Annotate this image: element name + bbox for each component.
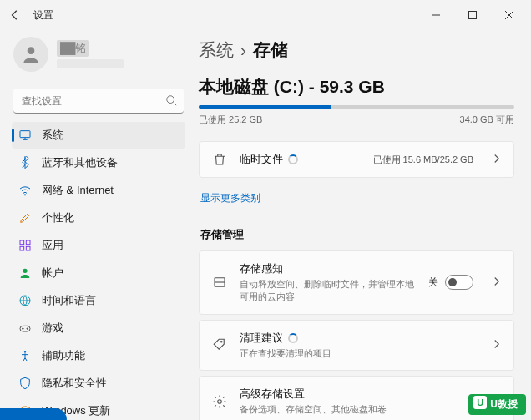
- svg-point-23: [218, 400, 222, 404]
- sidebar-item-label: 帐户: [42, 266, 63, 281]
- disk-usage-fill: [199, 105, 331, 109]
- storage-sense-toggle[interactable]: [445, 275, 473, 290]
- game-icon: [18, 321, 32, 335]
- svg-point-19: [24, 351, 27, 353]
- profile-name: ██铭: [57, 40, 89, 57]
- temp-files-card[interactable]: 临时文件 已使用 15.6 MB/25.2 GB: [199, 141, 514, 178]
- gear-icon: [211, 394, 228, 409]
- disk-free-label: 34.0 GB 可用: [460, 114, 514, 126]
- loading-spinner: [288, 333, 298, 343]
- sidebar-item-label: 时间和语言: [42, 293, 96, 308]
- nav-list: 系统蓝牙和其他设备网络 & Internet个性化应用帐户时间和语言游戏辅助功能…: [12, 122, 185, 420]
- sidebar: ██铭 系统蓝牙和其他设备网络 & Internet个性化应用帐户时间和语言游戏…: [0, 30, 192, 420]
- search-box[interactable]: [13, 89, 184, 114]
- sidebar-item-accounts[interactable]: 帐户: [12, 260, 185, 286]
- sidebar-item-privacy[interactable]: 隐私和安全性: [12, 370, 185, 397]
- breadcrumb: 系统 › 存储: [199, 38, 514, 62]
- bluetooth-icon: [18, 156, 32, 170]
- disk-used-label: 已使用 25.2 GB: [199, 114, 262, 126]
- temp-files-title: 临时文件: [240, 152, 283, 167]
- sidebar-item-label: 系统: [42, 128, 63, 143]
- wifi-icon: [18, 184, 32, 197]
- titlebar: 设置: [0, 0, 531, 30]
- svg-rect-11: [20, 246, 24, 250]
- toggle-label: 关: [428, 276, 438, 290]
- svg-rect-5: [20, 131, 30, 138]
- loading-spinner: [288, 154, 298, 164]
- chevron-right-icon: [492, 337, 502, 352]
- apps-icon: [18, 239, 32, 252]
- globe-icon: [18, 294, 32, 307]
- chevron-right-icon: [492, 152, 502, 167]
- breadcrumb-current: 存储: [253, 38, 288, 62]
- advanced-card[interactable]: 高级存储设置 备份选项、存储空间、其他磁盘和卷: [199, 376, 514, 420]
- sidebar-item-time[interactable]: 时间和语言: [12, 287, 185, 314]
- window-title: 设置: [33, 8, 53, 23]
- svg-point-22: [221, 342, 223, 343]
- close-button[interactable]: [491, 3, 528, 28]
- svg-point-2: [28, 47, 35, 54]
- breadcrumb-parent[interactable]: 系统: [199, 38, 234, 62]
- disk-icon: [211, 275, 228, 290]
- tag-icon: [211, 337, 228, 352]
- sidebar-item-label: 游戏: [42, 321, 63, 336]
- svg-point-3: [167, 96, 174, 104]
- advanced-sub: 备份选项、存储空间、其他磁盘和卷: [240, 403, 480, 416]
- svg-point-13: [23, 269, 27, 273]
- content: 系统 › 存储 本地磁盘 (C:) - 59.3 GB 已使用 25.2 GB …: [192, 30, 531, 420]
- sidebar-item-gaming[interactable]: 游戏: [12, 315, 185, 342]
- sidebar-item-label: 网络 & Internet: [42, 183, 114, 198]
- cleanup-card[interactable]: 清理建议 正在查找要清理的项目: [199, 320, 514, 371]
- access-icon: [18, 349, 32, 362]
- sidebar-item-network[interactable]: 网络 & Internet: [12, 177, 185, 204]
- cleanup-sub: 正在查找要清理的项目: [240, 347, 480, 360]
- svg-line-4: [174, 103, 177, 106]
- storage-sense-card[interactable]: 存储感知 自动释放空间、删除临时文件，并管理本地可用的云内容 关: [199, 250, 514, 315]
- system-icon: [18, 129, 32, 142]
- person-icon: [18, 266, 32, 280]
- sidebar-item-label: 应用: [42, 238, 63, 253]
- sidebar-item-label: 个性化: [42, 210, 74, 225]
- back-button[interactable]: [3, 3, 27, 27]
- sidebar-item-accessibility[interactable]: 辅助功能: [12, 342, 185, 369]
- search-input[interactable]: [13, 89, 184, 114]
- chevron-right-icon: [492, 275, 502, 290]
- show-more-link[interactable]: 显示更多类别: [200, 191, 260, 205]
- sidebar-item-label: 辅助功能: [42, 348, 85, 363]
- minimize-button[interactable]: [417, 3, 454, 28]
- svg-rect-12: [26, 246, 30, 250]
- storage-sense-title: 存储感知: [240, 261, 283, 276]
- sidebar-item-label: 隐私和安全性: [42, 376, 107, 391]
- maximize-button[interactable]: [454, 3, 491, 28]
- sidebar-item-label: 蓝牙和其他设备: [42, 155, 118, 170]
- svg-rect-10: [26, 240, 30, 245]
- profile-email: [57, 59, 124, 68]
- svg-point-8: [24, 195, 25, 195]
- watermark: U教授: [468, 394, 526, 415]
- sidebar-item-bluetooth[interactable]: 蓝牙和其他设备: [12, 149, 185, 176]
- svg-point-16: [27, 328, 28, 329]
- sidebar-item-apps[interactable]: 应用: [12, 232, 185, 259]
- storage-mgmt-header: 存储管理: [200, 227, 513, 242]
- avatar: [13, 37, 48, 72]
- shield-icon: [18, 377, 32, 390]
- decoration: [0, 408, 67, 420]
- svg-rect-9: [20, 240, 24, 245]
- storage-sense-sub: 自动释放空间、删除临时文件，并管理本地可用的云内容: [240, 278, 417, 304]
- cleanup-title: 清理建议: [240, 331, 283, 346]
- svg-rect-15: [20, 326, 30, 331]
- breadcrumb-sep: ›: [240, 40, 246, 60]
- disk-title: 本地磁盘 (C:) - 59.3 GB: [199, 75, 514, 99]
- svg-rect-1: [469, 12, 477, 19]
- disk-usage-bar: [199, 105, 514, 109]
- sidebar-item-system[interactable]: 系统: [12, 122, 185, 149]
- profile[interactable]: ██铭: [12, 30, 185, 85]
- sidebar-item-personalize[interactable]: 个性化: [12, 205, 185, 231]
- search-icon: [165, 94, 177, 109]
- trash-icon: [211, 152, 228, 167]
- temp-files-meta: 已使用 15.6 MB/25.2 GB: [373, 154, 473, 166]
- advanced-title: 高级存储设置: [240, 387, 305, 402]
- brush-icon: [18, 211, 32, 225]
